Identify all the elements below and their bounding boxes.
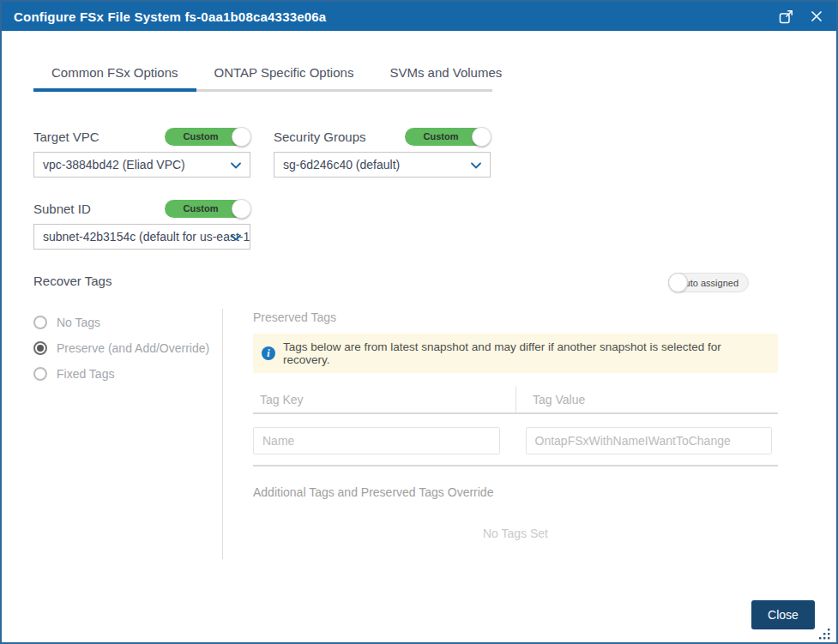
radio-label: No Tags — [57, 316, 100, 329]
radio-circle — [33, 367, 47, 381]
toggle-label: Custom — [184, 131, 219, 141]
subnet-id-value: subnet-42b3154c (default for us-east-1 — [43, 230, 250, 244]
tab-bar: Common FSx Options ONTAP Specific Option… — [33, 57, 492, 92]
close-icon — [811, 10, 823, 22]
tab-common-fsx-options[interactable]: Common FSx Options — [33, 57, 196, 92]
recover-tags-label: Recover Tags — [33, 274, 112, 288]
subnet-id-label: Subnet ID — [33, 202, 91, 216]
radio-fixed-tags[interactable]: Fixed Tags — [33, 367, 209, 381]
subnet-id-field: Subnet ID Custom subnet-42b3154c (defaul… — [33, 199, 250, 250]
toggle-label: Custom — [184, 203, 219, 214]
dialog-titlebar: Configure FSx File System fs-0aa1b08ca43… — [2, 2, 836, 31]
expand-dialog-icon[interactable] — [778, 9, 793, 24]
target-vpc-select[interactable]: vpc-3884bd42 (Eliad VPC) — [33, 152, 250, 178]
security-groups-select[interactable]: sg-6d246c40 (default) — [274, 152, 491, 178]
tab-svms-and-volumes[interactable]: SVMs and Volumes — [371, 57, 520, 92]
tag-value-column-header: Tag Value — [515, 387, 778, 412]
tab-ontap-specific-options[interactable]: ONTAP Specific Options — [196, 57, 372, 92]
snapshot-info-banner: i Tags below are from latest snapshot an… — [253, 334, 778, 373]
configure-fsx-dialog: Configure FSx File System fs-0aa1b08ca43… — [0, 0, 838, 644]
radio-label: Preserve (and Add/Override) — [57, 341, 209, 355]
additional-tags-title: Additional Tags and Preserved Tags Overr… — [253, 485, 778, 499]
banner-text: Tags below are from latest snapshot and … — [283, 340, 769, 366]
preserved-tags-panel: Preserved Tags i Tags below are from lat… — [253, 310, 778, 540]
tag-value-input: OntapFSxWithNameIWantToChange — [526, 427, 773, 454]
vertical-divider — [222, 309, 223, 559]
target-vpc-value: vpc-3884bd42 (Eliad VPC) — [43, 158, 185, 172]
subnet-id-custom-toggle[interactable]: Custom — [165, 200, 250, 218]
radio-label: Fixed Tags — [57, 367, 114, 381]
resize-grip-icon[interactable] — [818, 628, 831, 640]
tag-key-input: Name — [253, 427, 500, 454]
toggle-knob — [668, 273, 688, 292]
security-groups-label: Security Groups — [274, 129, 366, 144]
recover-tags-options: No Tags Preserve (and Add/Override) Fixe… — [33, 316, 209, 393]
tag-table-header: Tag Key Tag Value — [253, 387, 778, 412]
radio-circle — [33, 316, 47, 329]
chevron-down-icon — [470, 159, 482, 172]
security-groups-value: sg-6d246c40 (default) — [283, 158, 400, 172]
subnet-id-select[interactable]: subnet-42b3154c (default for us-east-1 — [33, 224, 250, 250]
target-vpc-label: Target VPC — [33, 129, 99, 144]
security-groups-field: Security Groups Custom sg-6d246c40 (defa… — [274, 127, 491, 178]
chevron-down-icon — [230, 232, 242, 244]
radio-no-tags[interactable]: No Tags — [33, 316, 209, 329]
open-in-new-window-icon — [779, 9, 793, 24]
table-divider — [253, 412, 778, 414]
tag-key-column-header: Tag Key — [253, 393, 515, 406]
info-icon: i — [262, 346, 275, 360]
radio-preserve-add-override[interactable]: Preserve (and Add/Override) — [33, 341, 209, 355]
table-divider — [253, 465, 778, 466]
target-vpc-custom-toggle[interactable]: Custom — [165, 128, 250, 146]
tag-table-row: Name OntapFSxWithNameIWantToChange — [253, 427, 778, 454]
toggle-label: Custom — [424, 131, 459, 141]
dialog-title: Configure FSx File System fs-0aa1b08ca43… — [14, 9, 778, 24]
chevron-down-icon — [230, 159, 242, 172]
radio-circle-checked — [33, 341, 47, 355]
target-vpc-field: Target VPC Custom vpc-3884bd42 (Eliad VP… — [33, 127, 250, 178]
toggle-knob — [472, 127, 491, 147]
close-button[interactable]: Close — [751, 600, 815, 629]
preserved-tags-title: Preserved Tags — [253, 310, 778, 324]
security-groups-custom-toggle[interactable]: Custom — [405, 128, 491, 146]
toggle-knob — [232, 127, 251, 147]
auto-assigned-toggle[interactable]: Auto assigned — [668, 273, 749, 292]
no-tags-set-text: No Tags Set — [253, 527, 778, 540]
close-dialog-icon[interactable] — [809, 9, 824, 24]
toggle-knob — [232, 199, 251, 219]
